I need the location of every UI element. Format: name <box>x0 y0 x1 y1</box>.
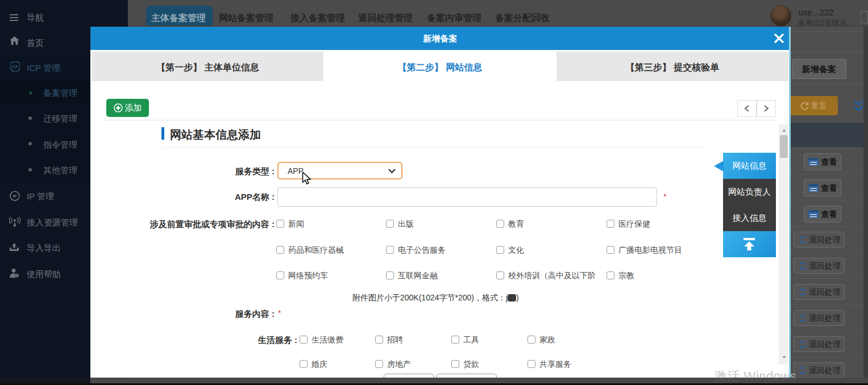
svg-text:IP: IP <box>13 194 16 199</box>
svg-text:ICP: ICP <box>12 65 19 69</box>
